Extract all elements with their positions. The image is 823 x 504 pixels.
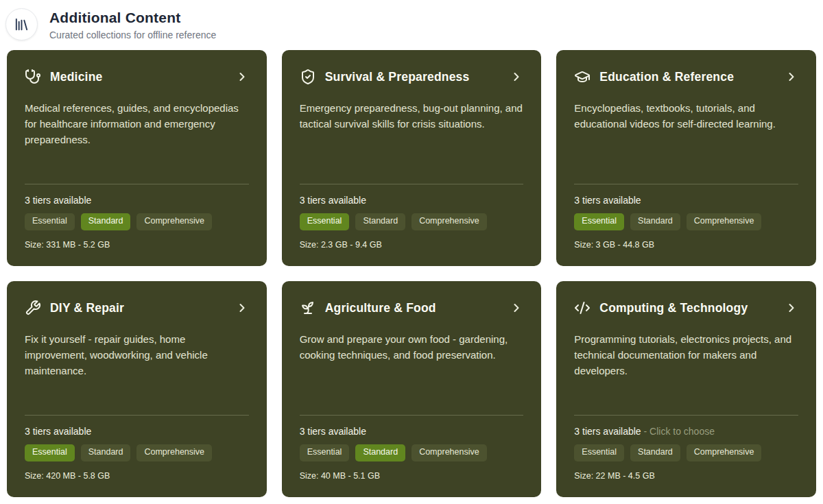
tier-chips-row: Essential Standard Comprehensive xyxy=(300,213,524,230)
size-label: Size: 22 MB - 4.5 GB xyxy=(574,471,798,481)
card-header: DIY & Repair xyxy=(25,298,249,318)
chevron-right-icon[interactable] xyxy=(235,70,249,84)
size-label: Size: 420 MB - 5.8 GB xyxy=(25,471,249,481)
page-subtitle: Curated collections for offline referenc… xyxy=(49,29,216,40)
tier-chip-essential[interactable]: Essential xyxy=(25,213,75,230)
wrench-icon xyxy=(25,300,41,316)
size-label: Size: 40 MB - 5.1 GB xyxy=(300,471,524,481)
tiers-label-row: 3 tiers available xyxy=(25,195,249,206)
card-title: Survival & Preparedness xyxy=(325,70,510,84)
tiers-available-label: 3 tiers available xyxy=(25,426,91,437)
tier-chip-comprehensive[interactable]: Comprehensive xyxy=(136,444,212,461)
card-description: Emergency preparedness, bug-out planning… xyxy=(300,100,524,184)
card-header: Agriculture & Food xyxy=(300,298,524,318)
chevron-right-icon[interactable] xyxy=(510,301,523,315)
tier-chip-comprehensive[interactable]: Comprehensive xyxy=(412,213,487,230)
page-header: Additional Content Curated collections f… xyxy=(0,0,823,50)
divider xyxy=(300,184,524,184)
card-agriculture-food[interactable]: Agriculture & Food Grow and prepare your… xyxy=(282,281,542,497)
chevron-right-icon[interactable] xyxy=(785,301,798,315)
card-title: Agriculture & Food xyxy=(325,301,510,315)
tier-chip-comprehensive[interactable]: Comprehensive xyxy=(687,444,762,461)
card-description: Fix it yourself - repair guides, home im… xyxy=(25,331,249,415)
tier-chip-standard[interactable]: Standard xyxy=(355,213,405,230)
tier-chip-essential[interactable]: Essential xyxy=(574,213,624,230)
chevron-right-icon[interactable] xyxy=(785,70,798,84)
tier-chip-essential[interactable]: Essential xyxy=(25,444,75,461)
card-title: DIY & Repair xyxy=(50,301,235,315)
size-label: Size: 2.3 GB - 9.4 GB xyxy=(300,240,524,250)
page-title: Additional Content xyxy=(49,10,216,26)
tier-chip-standard[interactable]: Standard xyxy=(630,213,680,230)
content-cards-grid: Medicine Medical references, guides, and… xyxy=(0,50,823,497)
card-title: Medicine xyxy=(50,70,235,84)
tier-chip-comprehensive[interactable]: Comprehensive xyxy=(136,213,212,230)
tiers-available-label: 3 tiers available xyxy=(574,195,641,206)
tier-chip-essential[interactable]: Essential xyxy=(574,444,624,461)
tier-chip-standard[interactable]: Standard xyxy=(630,444,680,461)
card-title: Computing & Technology xyxy=(599,301,785,315)
graduation-cap-icon xyxy=(574,69,591,85)
card-header: Survival & Preparedness xyxy=(300,67,524,87)
card-medicine[interactable]: Medicine Medical references, guides, and… xyxy=(7,50,267,266)
tiers-label-row: 3 tiers available - Click to choose xyxy=(574,426,798,437)
tier-chips-row: Essential Standard Comprehensive xyxy=(574,213,798,230)
chevron-right-icon[interactable] xyxy=(235,301,249,315)
card-survival-preparedness[interactable]: Survival & Preparedness Emergency prepar… xyxy=(282,50,542,266)
divider xyxy=(574,415,798,416)
card-description: Encyclopedias, textbooks, tutorials, and… xyxy=(574,100,798,184)
tiers-label-row: 3 tiers available xyxy=(300,426,524,437)
card-description: Medical references, guides, and encyclop… xyxy=(25,100,249,184)
divider xyxy=(574,184,798,184)
tier-chips-row: Essential Standard Comprehensive xyxy=(300,444,524,461)
tiers-available-label: 3 tiers available xyxy=(574,426,641,437)
card-header: Education & Reference xyxy=(574,67,798,87)
tier-chip-essential[interactable]: Essential xyxy=(300,213,350,230)
tier-chip-essential[interactable]: Essential xyxy=(300,444,350,461)
tier-chips-row: Essential Standard Comprehensive xyxy=(25,213,249,230)
tiers-label-row: 3 tiers available xyxy=(25,426,249,437)
divider xyxy=(300,415,524,416)
tier-chip-comprehensive[interactable]: Comprehensive xyxy=(687,213,762,230)
stethoscope-icon xyxy=(25,69,41,85)
tiers-available-label: 3 tiers available xyxy=(300,426,366,437)
tiers-available-label: 3 tiers available xyxy=(300,195,366,206)
tier-chips-row: Essential Standard Comprehensive xyxy=(574,444,798,461)
chevron-right-icon[interactable] xyxy=(510,70,523,84)
card-computing-technology[interactable]: Computing & Technology Programming tutor… xyxy=(556,281,816,497)
divider xyxy=(25,184,249,184)
shield-check-icon xyxy=(300,69,316,85)
divider xyxy=(25,415,249,416)
tiers-available-label: 3 tiers available xyxy=(25,195,91,206)
tier-chip-standard[interactable]: Standard xyxy=(81,213,131,230)
code-icon xyxy=(574,300,591,316)
card-diy-repair[interactable]: DIY & Repair Fix it yourself - repair gu… xyxy=(7,281,267,497)
size-label: Size: 331 MB - 5.2 GB xyxy=(25,240,249,250)
card-header: Computing & Technology xyxy=(574,298,798,318)
tier-chip-comprehensive[interactable]: Comprehensive xyxy=(412,444,487,461)
tiers-label-row: 3 tiers available xyxy=(574,195,798,206)
card-description: Grow and prepare your own food - gardeni… xyxy=(300,331,524,415)
tier-chip-standard[interactable]: Standard xyxy=(355,444,405,461)
tier-chip-standard[interactable]: Standard xyxy=(81,444,131,461)
card-education-reference[interactable]: Education & Reference Encyclopedias, tex… xyxy=(556,50,816,266)
size-label: Size: 3 GB - 44.8 GB xyxy=(574,240,798,250)
click-hint: - Click to choose xyxy=(641,426,715,437)
card-description: Programming tutorials, electronics proje… xyxy=(574,331,798,415)
tier-chips-row: Essential Standard Comprehensive xyxy=(25,444,249,461)
card-title: Education & Reference xyxy=(599,70,785,84)
sprout-icon xyxy=(300,300,316,316)
library-icon xyxy=(5,8,38,40)
card-header: Medicine xyxy=(25,67,249,87)
tiers-label-row: 3 tiers available xyxy=(300,195,524,206)
